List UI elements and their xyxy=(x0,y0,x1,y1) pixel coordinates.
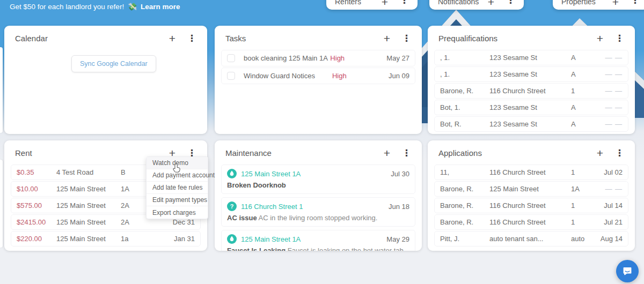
chat-launcher-button[interactable] xyxy=(616,260,639,282)
maintenance-issue-title: Broken Doorknob xyxy=(227,181,286,189)
maintenance-issue-desc: AC in the living room stopped working. xyxy=(259,214,378,222)
menu-item-add-payment-account[interactable]: Add payment account xyxy=(147,169,208,182)
property-address: 125 Main Street xyxy=(56,235,121,243)
kebab-menu-icon[interactable]: ⋮ xyxy=(402,33,411,44)
maintenance-issue-title: Faucet Is Leaking xyxy=(227,246,286,251)
application-date: Aug 14 xyxy=(601,235,623,243)
prequalification-row[interactable]: , 1. 123 Sesame St A — — xyxy=(434,66,628,82)
property-address: 116 Church Street xyxy=(489,87,571,95)
maintenance-date: Jul 30 xyxy=(391,170,409,178)
maintenance-row[interactable]: ? 116 Church Street 1 Jun 18 AC issue AC… xyxy=(221,197,415,227)
unit: 1 xyxy=(571,218,604,226)
task-due-date: Jun 09 xyxy=(389,72,409,80)
prequalification-row[interactable]: Bot, 1. 123 Sesame St A — — xyxy=(434,100,628,115)
kebab-menu-icon[interactable]: ⋮ xyxy=(506,0,515,6)
unit: 2A xyxy=(121,218,173,226)
kebab-menu-icon[interactable]: ⋮ xyxy=(615,147,624,159)
application-row[interactable]: Pitt, J. auto tenant san... auto Aug 14 xyxy=(434,231,628,246)
task-priority-badge: High xyxy=(330,54,386,62)
task-checkbox[interactable] xyxy=(227,72,235,80)
menu-item-export-charges[interactable]: Export charges xyxy=(147,206,208,219)
referral-banner: Get $50 for each landlord you refer! 💸 L… xyxy=(10,2,180,11)
plus-icon[interactable]: + xyxy=(612,0,619,6)
plus-icon[interactable]: + xyxy=(169,150,175,157)
plus-icon[interactable]: + xyxy=(597,150,603,157)
card-prequalifications: Prequalifications + ⋮ , 1. 123 Sesame St… xyxy=(428,26,635,134)
plus-icon[interactable]: + xyxy=(382,0,388,6)
card-notifications[interactable]: Notifications + ⋮ xyxy=(429,0,524,10)
prequalification-row[interactable]: , 1. 123 Sesame St A — — xyxy=(434,50,628,65)
applicant-name: 11, xyxy=(440,168,489,176)
application-row[interactable]: 11, 116 Church Street 1 Jul 02 xyxy=(434,165,628,180)
application-row[interactable]: Barone, R. 116 Church Street 1 Jul 21 xyxy=(434,214,628,230)
prequalification-row[interactable]: Barone, R. 116 Church Street 1 — — xyxy=(434,83,628,99)
application-row[interactable]: Barone, R. 116 Church Street 1 Jul 14 xyxy=(434,198,628,213)
offscreen-card-edge xyxy=(0,160,3,248)
maintenance-date: Jun 18 xyxy=(389,203,409,211)
date-placeholder: — — xyxy=(605,54,623,62)
unit: A xyxy=(571,70,605,78)
sync-google-calendar-button[interactable]: Sync Google Calendar xyxy=(71,55,156,72)
card-calendar: Calendar + ⋮ Sync Google Calendar xyxy=(4,26,207,134)
plus-icon[interactable]: + xyxy=(597,35,603,42)
learn-more-link[interactable]: Learn more xyxy=(141,3,180,11)
application-date: Jul 21 xyxy=(604,218,623,226)
task-label: Window Guard Notices xyxy=(244,72,332,80)
maintenance-property-link[interactable]: 125 Main Street 1A xyxy=(241,170,301,178)
menu-item-edit-payment-types[interactable]: Edit payment types xyxy=(147,194,208,206)
kebab-menu-icon[interactable]: ⋮ xyxy=(615,33,624,44)
menu-item-add-late-fee-rules[interactable]: Add late fee rules xyxy=(147,182,208,194)
task-row[interactable]: book cleaning 125 Main 1A High May 27 xyxy=(221,50,415,66)
card-properties[interactable]: Properties + ⋮ xyxy=(553,0,644,10)
date-placeholder: — — xyxy=(605,70,623,78)
property-address: 4 Test Road xyxy=(56,168,121,176)
property-address: 123 Sesame St xyxy=(489,103,571,111)
unit: 1A xyxy=(571,185,605,193)
plus-icon[interactable]: + xyxy=(169,35,175,42)
kebab-menu-icon[interactable]: ⋮ xyxy=(400,0,409,6)
kebab-menu-icon[interactable]: ⋮ xyxy=(402,147,411,159)
property-address: 116 Church Street xyxy=(489,218,571,226)
plus-icon[interactable]: + xyxy=(384,150,390,157)
card-renters[interactable]: Renters + ⋮ xyxy=(326,0,418,10)
kebab-menu-icon[interactable]: ⋮ xyxy=(187,33,196,44)
card-title: Notifications xyxy=(438,0,488,6)
card-title: Tasks xyxy=(225,34,384,43)
card-title: Properties xyxy=(561,0,612,6)
kebab-menu-icon[interactable]: ⋮ xyxy=(631,0,640,6)
unit: A xyxy=(571,120,605,128)
property-address: auto tenant san... xyxy=(489,235,571,243)
due-date: Jan 31 xyxy=(174,235,195,243)
date-placeholder: — — xyxy=(605,120,623,128)
maintenance-property-link[interactable]: 125 Main Street 1A xyxy=(241,235,301,243)
prequalification-row[interactable]: Bot, R. 123 Sesame St A — — xyxy=(434,116,628,132)
task-row[interactable]: Window Guard Notices High Jun 09 xyxy=(221,68,415,84)
applicant-name: Barone, R. xyxy=(440,185,489,193)
property-address: 116 Church Street xyxy=(489,201,571,210)
task-checkbox[interactable] xyxy=(227,54,235,62)
card-tasks: Tasks + ⋮ book cleaning 125 Main 1A High… xyxy=(215,26,422,134)
property-address: 125 Main Street xyxy=(56,218,121,226)
card-title: Prequalifications xyxy=(438,34,597,43)
water-drop-icon xyxy=(227,169,237,178)
maintenance-row[interactable]: 125 Main Street 1A May 29 Faucet Is Leak… xyxy=(221,230,415,251)
rent-amount: $0.35 xyxy=(17,168,56,176)
plus-icon[interactable]: + xyxy=(488,0,494,6)
maintenance-property-link[interactable]: 116 Church Street 1 xyxy=(241,203,303,211)
applicant-name: Bot, 1. xyxy=(440,103,489,111)
offscreen-card-edge xyxy=(0,47,3,133)
application-date: Jul 02 xyxy=(604,168,623,176)
card-title: Renters xyxy=(335,0,382,6)
rent-amount: $2415.00 xyxy=(17,218,56,226)
card-title: Calendar xyxy=(15,34,169,43)
property-address: 116 Church Street xyxy=(489,168,571,176)
application-row[interactable]: Barone, R. 125 Main Street 1A — — xyxy=(434,181,628,197)
applicant-name: Barone, R. xyxy=(440,218,489,226)
menu-item-watch-demo[interactable]: Watch demo xyxy=(147,157,208,169)
card-title: Maintenance xyxy=(225,148,384,158)
maintenance-row[interactable]: 125 Main Street 1A Jul 30 Broken Doorkno… xyxy=(221,165,415,194)
application-date: Jul 14 xyxy=(604,201,623,210)
plus-icon[interactable]: + xyxy=(384,35,390,42)
rent-row[interactable]: $220.00 125 Main Street 1a Jan 31 xyxy=(11,231,201,246)
unit: A xyxy=(571,103,605,111)
